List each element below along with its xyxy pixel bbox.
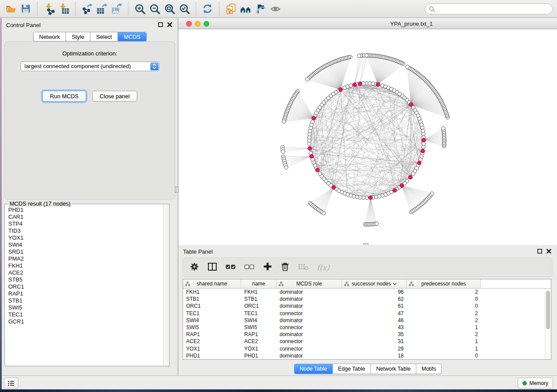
export-network-icon[interactable] — [80, 2, 94, 16]
float-panel-icon[interactable] — [158, 22, 163, 27]
toolbar-separator — [219, 2, 219, 16]
list-item[interactable]: TID3 — [8, 227, 159, 234]
tab-network-table[interactable]: Network Table — [371, 364, 416, 374]
delete-column-icon[interactable] — [280, 262, 290, 273]
zoom-in-icon[interactable] — [132, 2, 147, 16]
table-row[interactable]: STB1STB1dominator620 — [183, 296, 551, 303]
maximize-window-icon[interactable] — [204, 21, 209, 27]
list-item[interactable]: SWI5 — [8, 304, 159, 311]
table-panel-tabs: Node TableEdge TableNetwork TableMotifs — [179, 364, 557, 374]
table-cell: connector — [277, 346, 342, 352]
mcds-list-scrollbar[interactable] — [163, 205, 169, 365]
list-item[interactable]: PHD1 — [8, 206, 159, 213]
list-item[interactable]: STB5 — [8, 276, 159, 283]
column-header-successor-nodes[interactable]: successor nodes — [342, 279, 407, 288]
zoom-fit-icon[interactable] — [162, 2, 177, 16]
table-scrollbar[interactable] — [545, 289, 551, 359]
list-item[interactable]: ACE2 — [8, 269, 159, 276]
table-row[interactable]: RAP1RAP1dominator352 — [183, 331, 551, 338]
list-item[interactable]: YOX1 — [8, 234, 159, 241]
hide-selected-icon[interactable] — [253, 2, 268, 16]
network-window-titlebar: YPA_prune.txt_1 — [179, 18, 557, 29]
node-table-header: shared namenameMCDS rolesuccessor nodesp… — [183, 279, 551, 289]
mcds-result-box: PHD1CAR1STP4TID3YOX1SWI4SRD1PMA2FKH1ACE2… — [4, 204, 170, 366]
table-row[interactable]: ACE2ACE2connector311 — [183, 338, 551, 345]
list-item[interactable]: ORC1 — [8, 283, 159, 290]
table-row[interactable]: PHD1PHD1dominator180 — [183, 352, 551, 359]
open-file-icon[interactable] — [3, 2, 18, 16]
save-session-icon[interactable] — [18, 2, 33, 16]
table-row[interactable]: ORC1ORC1dominator610 — [183, 303, 551, 309]
show-column-panel-icon[interactable] — [208, 262, 217, 273]
table-cell: 31 — [342, 338, 407, 344]
table-scrollbar-thumb[interactable] — [546, 291, 550, 329]
table-panel: Table Panel — [179, 245, 557, 375]
table-settings-gear-icon[interactable] — [190, 262, 199, 273]
tab-style[interactable]: Style — [66, 32, 90, 41]
list-item[interactable]: SRD1 — [8, 248, 159, 255]
select-all-icon[interactable] — [225, 262, 236, 273]
show-panels-list-button[interactable] — [4, 378, 18, 389]
tab-node-table[interactable]: Node Table — [294, 364, 333, 374]
table-row[interactable]: TEC1TEC1connector472 — [183, 310, 551, 317]
add-column-icon[interactable] — [263, 262, 272, 273]
close-panel-icon[interactable] — [167, 22, 172, 27]
zoom-selected-icon[interactable] — [177, 2, 192, 16]
close-panel-icon[interactable] — [547, 249, 551, 254]
export-image-icon[interactable] — [109, 2, 124, 16]
first-neighbors-icon[interactable] — [238, 2, 253, 16]
table-row[interactable]: SWI5SWI5connector431 — [183, 324, 551, 331]
list-item[interactable]: CAR1 — [8, 213, 159, 220]
search-input[interactable] — [437, 5, 552, 13]
list-item[interactable]: STB1 — [8, 297, 159, 304]
table-row[interactable]: YOX1YOX1connector291 — [183, 345, 551, 352]
list-item[interactable]: STP4 — [8, 220, 159, 227]
table-cell: 35 — [342, 331, 407, 337]
tab-motifs[interactable]: Motifs — [416, 364, 442, 374]
column-header-mcds-role[interactable]: MCDS role — [277, 279, 342, 288]
refresh-icon[interactable] — [200, 2, 215, 16]
table-cell: 47 — [342, 310, 407, 316]
column-type-icon — [344, 282, 349, 286]
memory-button[interactable]: Memory — [518, 378, 553, 389]
table-cell: 96 — [342, 289, 407, 295]
list-item[interactable]: TEC1 — [8, 311, 159, 318]
criterion-select[interactable]: largest connected component (undirected) — [21, 62, 159, 71]
close-panel-button[interactable]: Close panel — [92, 91, 137, 102]
table-cell: 1 — [407, 338, 481, 344]
table-cell: dominator — [277, 317, 342, 323]
table-row[interactable]: SWI4SWI4dominator462 — [183, 317, 551, 324]
import-network-icon[interactable] — [42, 2, 56, 16]
unselect-all-icon[interactable] — [244, 262, 255, 273]
zoom-out-icon[interactable] — [147, 2, 162, 16]
list-item[interactable]: GCR1 — [8, 318, 159, 325]
table-panel-title: Table Panel — [183, 248, 213, 255]
column-header-predecessor-nodes[interactable]: predecessor nodes — [407, 279, 481, 288]
tab-select[interactable]: Select — [90, 32, 118, 41]
memory-status-icon — [522, 381, 527, 385]
vertical-splitter-handle[interactable] — [175, 186, 179, 193]
search-box[interactable] — [425, 3, 553, 14]
list-item[interactable]: SWI4 — [8, 241, 159, 248]
list-item[interactable]: PMA2 — [8, 255, 159, 262]
export-table-icon[interactable] — [94, 2, 109, 16]
minimize-window-icon[interactable] — [195, 21, 201, 27]
list-item[interactable]: RAP1 — [8, 290, 159, 297]
table-row[interactable]: FKH1FKH1dominator962 — [183, 289, 551, 296]
network-graph[interactable] — [179, 29, 557, 245]
clone-network-icon[interactable] — [223, 2, 238, 16]
close-window-icon[interactable] — [186, 21, 192, 27]
show-all-icon[interactable] — [268, 2, 283, 16]
column-header-shared-name[interactable]: shared name — [183, 279, 241, 288]
table-cell: 46 — [342, 317, 407, 323]
run-mcds-button[interactable]: Run MCDS — [42, 91, 86, 102]
import-table-icon[interactable] — [56, 2, 71, 16]
tab-mcds[interactable]: MCDS — [118, 32, 146, 41]
tab-edge-table[interactable]: Edge Table — [333, 364, 371, 374]
status-bar: Memory — [2, 375, 557, 389]
tab-network[interactable]: Network — [33, 32, 66, 41]
float-panel-icon[interactable] — [537, 249, 542, 254]
list-item[interactable]: FKH1 — [8, 262, 159, 269]
network-canvas[interactable] — [179, 29, 557, 245]
column-header-name[interactable]: name — [241, 279, 277, 288]
